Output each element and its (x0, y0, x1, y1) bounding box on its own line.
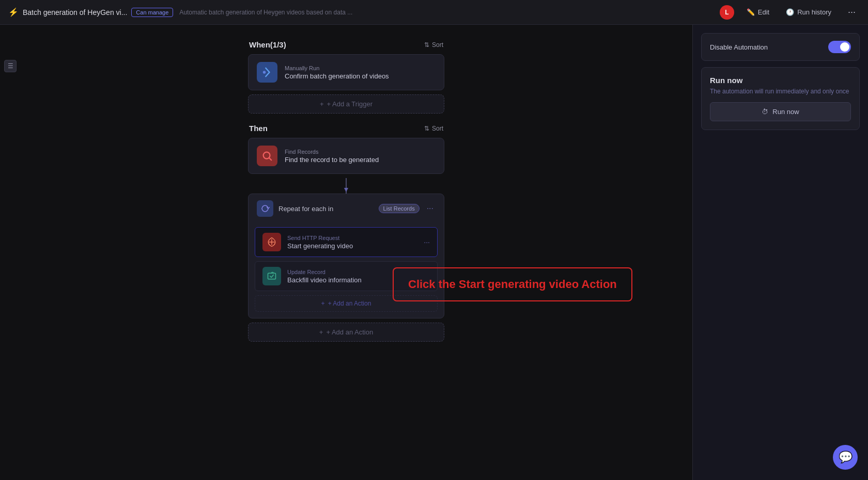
update-record-content: Update Record Backfill video information (287, 269, 430, 284)
find-records-title: Find the record to be generated (285, 156, 436, 164)
find-records-label: Find Records (285, 149, 436, 155)
run-now-title: Run now (710, 76, 851, 85)
edit-icon: ✏️ (747, 8, 755, 16)
send-http-icon (262, 233, 281, 251)
find-records-icon (257, 146, 277, 166)
run-now-button[interactable]: ⏱ Run now (710, 102, 851, 121)
plus-icon-outer: + (319, 328, 323, 336)
send-http-label: Send HTTP Request (287, 235, 417, 241)
repeat-icon (257, 200, 273, 217)
edit-button[interactable]: ✏️ Edit (742, 6, 773, 18)
clock-icon: 🕐 (786, 8, 794, 16)
toggle-label: Disable Automation (710, 43, 768, 51)
svg-rect-2 (268, 273, 276, 279)
trigger-label: Manually Run (285, 65, 436, 71)
add-action-outer-button[interactable]: + + Add an Action (248, 323, 444, 342)
when-section-header: When(1/3) ⇅ Sort (248, 40, 444, 49)
header: ⚡ Batch generation of HeyGen vi... Can m… (0, 0, 868, 25)
update-record-label: Update Record (287, 269, 430, 275)
find-records-card[interactable]: Find Records Find the record to be gener… (248, 138, 444, 174)
run-now-icon: ⏱ (762, 108, 768, 116)
header-right: L ✏️ Edit 🕐 Run history ··· (720, 5, 860, 20)
then-section: Then ⇅ Sort (248, 124, 444, 342)
main-layout: ☰ When(1/3) ⇅ Sort (0, 25, 868, 480)
avatar: L (720, 5, 734, 20)
workflow-content: When(1/3) ⇅ Sort Manually (248, 40, 444, 346)
repeat-more-button[interactable]: ··· (425, 204, 436, 213)
more-button[interactable]: ··· (844, 5, 860, 20)
then-section-header: Then ⇅ Sort (248, 124, 444, 133)
repeat-text: Repeat for each in (278, 205, 374, 213)
send-http-more-button[interactable]: ··· (424, 238, 430, 246)
repeat-badge: List Records (379, 204, 420, 213)
connector: ▼ (248, 178, 444, 194)
can-manage-badge[interactable]: Can manage (131, 8, 173, 17)
header-title-area: ⚡ Batch generation of HeyGen vi... Can m… (8, 7, 720, 17)
right-panel: Disable Automation Run now The automatio… (692, 25, 868, 480)
trigger-card-content: Manually Run Confirm batch generation of… (285, 65, 436, 80)
sidebar-toggle[interactable]: ☰ (4, 60, 17, 72)
disable-automation-toggle[interactable] (828, 41, 851, 53)
inner-cards: Send HTTP Request Start generating video… (249, 223, 444, 318)
send-http-title: Start generating video (287, 242, 417, 250)
find-records-content: Find Records Find the record to be gener… (285, 149, 436, 164)
canvas: ☰ When(1/3) ⇅ Sort (0, 25, 692, 480)
manually-run-icon (257, 62, 277, 83)
trigger-title: Confirm batch generation of videos (285, 72, 436, 80)
add-trigger-button[interactable]: + + Add a Trigger (248, 94, 444, 114)
connector-arrow: ▼ (343, 185, 350, 194)
update-record-card[interactable]: Update Record Backfill video information (255, 261, 438, 291)
update-record-title: Backfill video information (287, 276, 430, 284)
plus-icon-inner: + (321, 300, 325, 307)
toggle-knob (840, 42, 849, 52)
plus-icon: + (320, 100, 324, 108)
page-title: Batch generation of HeyGen vi... (23, 8, 127, 17)
run-history-button[interactable]: 🕐 Run history (782, 6, 835, 18)
send-http-content: Send HTTP Request Start generating video (287, 235, 417, 250)
when-title: When(1/3) (249, 40, 286, 49)
workflow-container: When(1/3) ⇅ Sort Manually (0, 25, 692, 480)
svg-point-0 (263, 71, 266, 74)
add-action-inner-button[interactable]: + + Add an Action (255, 295, 438, 312)
repeat-block: Repeat for each in List Records ··· (248, 194, 444, 318)
trigger-card[interactable]: Manually Run Confirm batch generation of… (248, 54, 444, 90)
header-subtitle: Automatic batch generation of Heygen vid… (179, 9, 352, 16)
run-now-desc: The automation will run immediately and … (710, 88, 851, 95)
chat-icon: 💬 (839, 451, 853, 464)
sort-icon: ⇅ (424, 41, 429, 49)
when-sort-button[interactable]: ⇅ Sort (424, 41, 443, 49)
then-title: Then (249, 124, 268, 133)
lightning-icon: ⚡ (8, 7, 19, 17)
chat-bubble-button[interactable]: 💬 (833, 445, 858, 470)
disable-automation-row: Disable Automation (701, 33, 860, 61)
run-now-section: Run now The automation will run immediat… (701, 67, 860, 130)
then-sort-icon: ⇅ (424, 125, 429, 132)
update-record-icon (262, 267, 281, 285)
repeat-header: Repeat for each in List Records ··· (249, 194, 444, 223)
then-sort-button[interactable]: ⇅ Sort (424, 125, 443, 132)
send-http-card[interactable]: Send HTTP Request Start generating video… (255, 227, 438, 257)
